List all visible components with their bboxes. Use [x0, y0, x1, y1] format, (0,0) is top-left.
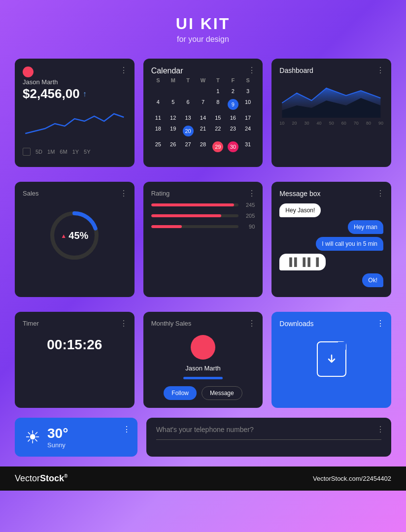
sales-title: Sales [23, 190, 127, 197]
cal-cell-30[interactable]: 30 [226, 139, 240, 154]
cal-cell[interactable]: 21 [196, 124, 210, 138]
cal-cell[interactable]: 7 [196, 97, 210, 112]
cal-cell[interactable]: 28 [196, 139, 210, 154]
follow-button[interactable]: Follow [164, 386, 197, 400]
cal-cell[interactable]: 18 [151, 124, 165, 138]
sales-card: ⋮ Sales ▲ 45% [15, 182, 135, 297]
weather-card: ⋮ ☀ 30° Sunny [15, 418, 137, 457]
footer-right: VectorStock.com/22454402 [313, 475, 391, 482]
message-menu-icon[interactable]: ⋮ [376, 189, 384, 198]
cal-day-f: F [226, 75, 240, 85]
filter-1y[interactable]: 1Y [72, 149, 79, 155]
cal-cell[interactable]: 24 [241, 124, 255, 138]
cal-cell[interactable]: 26 [166, 139, 180, 154]
monthly-sales-avatar [191, 335, 215, 360]
monthly-sales-body: Jason Marth Follow Message [151, 331, 255, 400]
monthly-sales-menu-icon[interactable]: ⋮ [248, 319, 256, 328]
trend-up-icon: ↑ [83, 90, 87, 99]
cal-cell[interactable]: 17 [241, 113, 255, 123]
filter-5y[interactable]: 5Y [84, 149, 90, 155]
cal-cell[interactable]: 22 [211, 124, 225, 138]
dashboard-title: Dashboard [279, 66, 383, 74]
download-file-icon [317, 341, 346, 377]
rating-bar-bg-1 [151, 203, 239, 206]
cal-cell[interactable] [166, 86, 180, 96]
cal-cell-9[interactable]: 9 [226, 97, 240, 112]
downloads-menu-icon[interactable]: ⋮ [376, 319, 384, 328]
rating-row-2: 205 [151, 213, 255, 219]
phone-menu-icon[interactable]: ⋮ [376, 425, 384, 434]
cal-cell[interactable]: 12 [166, 113, 180, 123]
cal-cell[interactable] [181, 86, 195, 96]
cal-cell[interactable]: 3 [241, 86, 255, 96]
donut-label: ▲ 45% [61, 230, 88, 241]
cal-cell[interactable]: 14 [196, 113, 210, 123]
cal-cell[interactable]: 15 [211, 113, 225, 123]
cal-cell[interactable]: 4 [151, 97, 165, 112]
message-bubble: I will call you in 5 min [316, 237, 383, 251]
cal-cell[interactable]: 5 [166, 97, 180, 112]
message-box-title: Message box [279, 190, 383, 198]
user-row: Jason Marth [23, 66, 127, 86]
cal-day-t2: T [211, 75, 225, 85]
cal-cell[interactable]: 19 [166, 124, 180, 138]
dashboard-chart [279, 78, 383, 118]
rating-row-3: 90 [151, 224, 255, 230]
cal-cell [151, 155, 165, 159]
messages-area: Hey Jason! Hey man I will call you in 5 … [279, 201, 383, 289]
cal-cell-29[interactable]: 29 [211, 139, 225, 154]
cal-cell[interactable]: 10 [241, 97, 255, 112]
message-bubble: Hey Jason! [279, 203, 321, 217]
rating-bars: 245 205 90 [151, 202, 255, 230]
message-button[interactable]: Message [202, 386, 242, 400]
timer-menu-icon[interactable]: ⋮ [120, 319, 128, 328]
row-2: ⋮ Sales ▲ 45% ⋮ Rating 245 [0, 177, 406, 307]
cal-cell[interactable]: 16 [226, 113, 240, 123]
cal-day-s2: S [241, 75, 255, 85]
cal-cell[interactable]: 6 [181, 97, 195, 112]
cal-cell[interactable]: 31 [241, 139, 255, 154]
filter-1m[interactable]: 1M [47, 149, 55, 155]
cal-cell-20[interactable]: 20 [181, 124, 195, 138]
time-filters: 5D 1M 6M 1Y 5Y [23, 148, 127, 156]
cal-cell[interactable] [151, 86, 165, 96]
dashboard-x-labels: 102030405060708090 [279, 121, 383, 126]
main-title: UI KIT [0, 15, 406, 33]
message-bubble-audio: ▐ ▌▐ ▌▐ [279, 254, 326, 270]
weather-menu-icon[interactable]: ⋮ [123, 425, 131, 434]
cal-cell[interactable]: 1 [211, 86, 225, 96]
cal-cell[interactable]: 23 [226, 124, 240, 138]
filter-6m[interactable]: 6M [60, 149, 67, 155]
cal-cell[interactable] [196, 86, 210, 96]
filter-5d[interactable]: 5D [35, 149, 42, 155]
timer-title: Timer [23, 320, 127, 327]
filter-icon[interactable] [23, 148, 31, 156]
phone-input-card: ⋮ What's your telephone number? [146, 418, 391, 457]
phone-placeholder[interactable]: What's your telephone number? [156, 426, 381, 433]
row-3: ⋮ Timer 00:15:26 ⋮ Monthly Sales Jason M… [0, 307, 406, 418]
timer-card: ⋮ Timer 00:15:26 [15, 312, 135, 408]
dashboard-menu-icon[interactable]: ⋮ [376, 66, 384, 75]
rating-bar-bg-2 [151, 214, 239, 217]
cal-cell[interactable]: 27 [181, 139, 195, 154]
rating-row-1: 245 [151, 202, 255, 208]
rating-bar-fill-2 [151, 214, 221, 217]
cal-cell[interactable]: 25 [151, 139, 165, 154]
cal-cell[interactable]: 2 [226, 86, 240, 96]
page-header: UI KIT for your design [0, 0, 406, 54]
calendar-title: Calendar [151, 66, 255, 75]
cal-cell[interactable]: 13 [181, 113, 195, 123]
monthly-sales-buttons: Follow Message [164, 386, 242, 400]
footer-left: VectorStock® [15, 473, 68, 484]
sales-menu-icon[interactable]: ⋮ [120, 189, 128, 198]
cal-cell[interactable]: 11 [151, 113, 165, 123]
row-1: ⋮ Jason Marth $2,456,00 ↑ 5D 1M 6M 1Y 5Y… [0, 54, 406, 177]
downloads-body [279, 332, 383, 387]
calendar-card: ⋮ Calendar S M T W T F S 1 2 3 4 5 6 7 8… [143, 59, 263, 167]
stock-menu-icon[interactable]: ⋮ [120, 66, 128, 75]
message-box-card: ⋮ Message box Hey Jason! Hey man I will … [271, 182, 391, 297]
cal-cell[interactable]: 8 [211, 97, 225, 112]
rating-menu-icon[interactable]: ⋮ [248, 189, 256, 198]
calendar-menu-icon[interactable]: ⋮ [248, 66, 256, 75]
avatar [23, 66, 34, 77]
